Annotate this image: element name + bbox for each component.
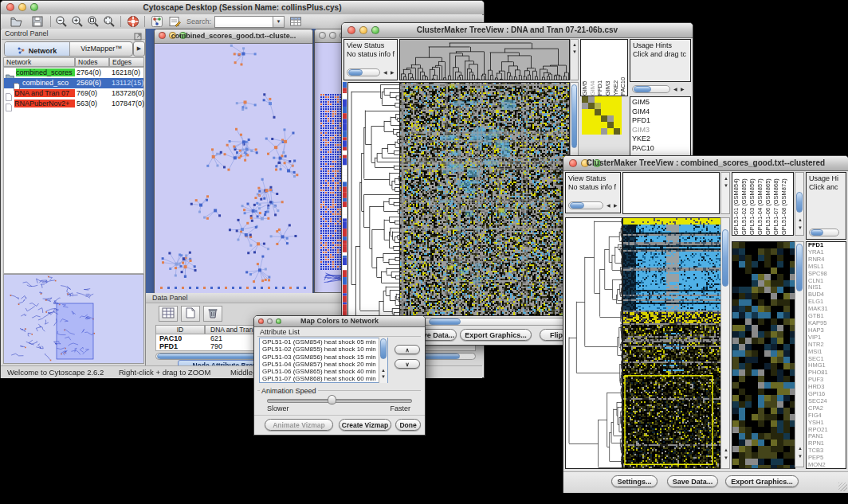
tv1-row-dendrogram[interactable]: [347, 82, 400, 326]
scroll-up-arrow[interactable]: ▲: [724, 447, 728, 452]
tv2-mini-scroll[interactable]: ▲ ▼: [720, 172, 730, 214]
data-row-value[interactable]: 621: [210, 334, 222, 342]
scroll-thumb[interactable]: [796, 244, 803, 291]
scroll-right-arrow[interactable]: ▶: [614, 203, 618, 208]
tv1-mini-scroll[interactable]: ▲ ▼: [570, 39, 579, 80]
scroll-thumb[interactable]: [811, 229, 823, 236]
scroll-up-arrow[interactable]: ▲: [381, 368, 386, 373]
main-titlebar[interactable]: Cytoscape Desktop (Session Name: collins…: [1, 1, 484, 15]
network-window-1[interactable]: combined_scores_good.txt--cluste...: [154, 29, 313, 295]
data-row-id[interactable]: PFD1: [159, 342, 178, 350]
export-graphics-button[interactable]: Export Graphics...: [460, 329, 532, 341]
tv2-collabel-scrollbar[interactable]: ▲ ▼: [795, 172, 804, 236]
scroll-right-arrow[interactable]: ▶: [391, 70, 395, 75]
attribute-item[interactable]: GPL51-02 (GSM855) heat shock 10 min: [260, 346, 387, 353]
scroll-up-arrow[interactable]: ▲: [572, 42, 577, 47]
scroll-down-arrow[interactable]: ▼: [724, 455, 728, 460]
network-row[interactable]: RNAPuberNov2+ 563(0) 107847(0): [4, 99, 143, 109]
search-dropdown-arrow[interactable]: ▼: [273, 16, 285, 28]
scroll-thumb[interactable]: [722, 229, 728, 287]
scroll-left-arrow[interactable]: ◀: [673, 87, 677, 92]
move-down-button[interactable]: ∨: [395, 359, 420, 369]
tv2-heatmap[interactable]: [622, 217, 721, 469]
close-button[interactable]: [319, 32, 326, 39]
col-header-nodes[interactable]: Nodes: [75, 57, 109, 67]
scroll-down-arrow[interactable]: ▼: [572, 49, 577, 54]
network-row-selected[interactable]: combined_sco 2569(6) 13112(15): [4, 78, 143, 88]
new-attribute-icon[interactable]: [181, 306, 200, 322]
tv2-row-dendrogram[interactable]: [565, 217, 622, 469]
data-row-id[interactable]: PAC10: [159, 334, 182, 342]
tv2-zoom-panel[interactable]: [732, 241, 795, 469]
scroll-thumb[interactable]: [796, 192, 803, 213]
settings-button[interactable]: Settings...: [611, 475, 658, 487]
scroll-down-arrow[interactable]: ▼: [798, 454, 803, 459]
minimize-button[interactable]: [329, 32, 336, 39]
move-up-button[interactable]: ∧: [395, 345, 420, 354]
tab-network[interactable]: Network: [5, 42, 70, 56]
attribute-item[interactable]: GPL51-03 (GSM856) heat shock 15 min: [260, 354, 387, 361]
gene-label[interactable]: PAC10: [630, 144, 690, 154]
attribute-item[interactable]: GPL51-07 (GSM868) heat shock 60 min: [260, 375, 387, 382]
animation-slider-track[interactable]: [267, 399, 412, 403]
tv1-column-dendrogram[interactable]: [399, 39, 570, 80]
gene-label[interactable]: YKE2: [630, 135, 690, 144]
tv2-zoom-scrollbar[interactable]: ▲ ▼: [795, 241, 804, 467]
birdseye-view[interactable]: [3, 274, 144, 364]
scroll-thumb[interactable]: [380, 338, 387, 359]
tv2-vscrollbar[interactable]: ▲ ▼: [720, 217, 730, 469]
scroll-thumb[interactable]: [571, 84, 577, 148]
scroll-up-arrow[interactable]: ▲: [724, 176, 728, 181]
gene-label[interactable]: GIM3: [630, 126, 690, 135]
export-graphics-button[interactable]: Export Graphics...: [725, 475, 799, 487]
gene-label[interactable]: GIM5: [630, 98, 690, 107]
attribute-scrollbar[interactable]: ▲ ▼: [379, 338, 387, 383]
column-label: GIM5: [581, 40, 589, 96]
animate-vizmap-button[interactable]: Animate Vizmap: [265, 419, 333, 431]
tab-overflow-arrow[interactable]: ▶: [133, 41, 145, 57]
delete-attribute-trash-icon[interactable]: [203, 306, 222, 322]
view-status-title: View Status: [566, 173, 620, 183]
tv2-status-scrollbar[interactable]: [568, 201, 603, 209]
attribute-table-icon[interactable]: [159, 306, 178, 322]
scroll-down-arrow[interactable]: ▼: [798, 225, 803, 230]
scroll-down-arrow[interactable]: ▼: [381, 374, 386, 379]
scroll-right-arrow[interactable]: ▶: [681, 87, 685, 92]
create-vizmap-button[interactable]: Create Vizmap: [339, 419, 391, 431]
scroll-thumb[interactable]: [429, 318, 461, 325]
attribute-item[interactable]: GPL51-04 (GSM857) heat shock 20 min: [260, 361, 387, 368]
save-data-button[interactable]: Save Data...: [667, 475, 718, 487]
scroll-up-arrow[interactable]: ▲: [798, 217, 803, 222]
data-col-id[interactable]: ID: [155, 325, 205, 334]
animation-slider-thumb[interactable]: [328, 395, 336, 404]
network-canvas[interactable]: [155, 44, 310, 292]
tv1-status-scrollbar[interactable]: [347, 68, 380, 76]
tv1-heatmap[interactable]: [399, 82, 570, 316]
network-row[interactable]: combined_scores 2764(0) 16218(0): [4, 68, 143, 78]
scroll-thumb[interactable]: [348, 69, 363, 76]
attribute-item[interactable]: GPL51-01 (GSM854) heat shock 05 min: [260, 338, 387, 346]
scroll-down-arrow[interactable]: ▼: [724, 183, 728, 188]
gene-label[interactable]: GIM4: [630, 107, 690, 117]
gene-label[interactable]: PFD1: [630, 116, 690, 126]
tv1-summary-heatmap[interactable]: [582, 96, 622, 135]
col-header-network[interactable]: Network: [3, 57, 75, 67]
scroll-left-arrow[interactable]: ◀: [383, 70, 387, 75]
search-input[interactable]: [214, 16, 273, 28]
data-row-value[interactable]: 790: [210, 342, 222, 350]
col-header-edges[interactable]: Edges: [109, 57, 144, 67]
gene-label[interactable]: MON2: [807, 462, 846, 469]
tv1-hints-scrollbar[interactable]: [632, 85, 670, 93]
scroll-thumb[interactable]: [634, 86, 651, 92]
attribute-item[interactable]: GPL51-06 (GSM865) heat shock 40 min: [260, 368, 387, 375]
scroll-thumb[interactable]: [570, 202, 584, 209]
tv2-hints-scrollbar[interactable]: [809, 229, 839, 236]
tab-vizmapper[interactable]: VizMapper™: [70, 42, 132, 56]
scroll-left-arrow[interactable]: ◀: [607, 203, 610, 208]
attribute-listbox[interactable]: GPL51-01 (GSM854) heat shock 05 minGPL51…: [259, 338, 388, 383]
tv2-column-dendrogram-area[interactable]: [622, 172, 720, 214]
scroll-up-arrow[interactable]: ▲: [798, 446, 803, 451]
network-row[interactable]: DNA and Tran 07 769(0) 183728(0): [4, 88, 143, 99]
resize-grip[interactable]: [838, 483, 847, 491]
done-button[interactable]: Done: [395, 419, 421, 431]
